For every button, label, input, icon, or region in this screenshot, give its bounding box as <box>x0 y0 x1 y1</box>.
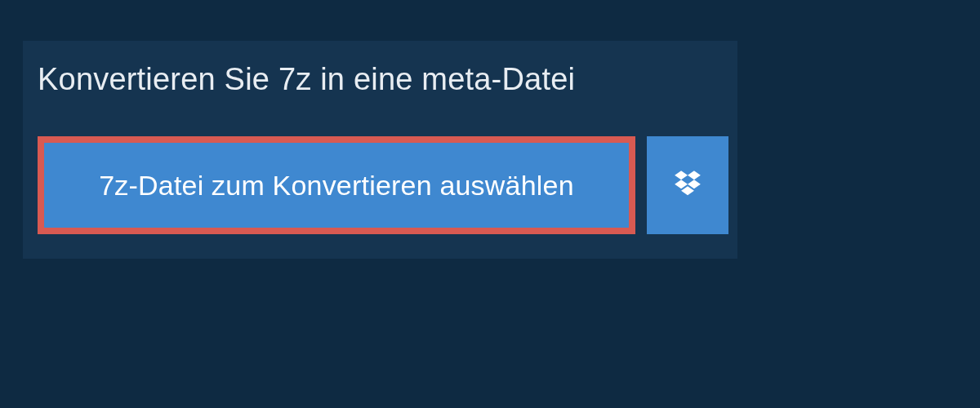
heading-wrap: Konvertieren Sie 7z in eine meta-Datei <box>23 41 603 118</box>
button-row: 7z-Datei zum Konvertieren auswählen <box>23 118 737 259</box>
dropbox-button[interactable] <box>647 136 728 234</box>
select-file-button[interactable]: 7z-Datei zum Konvertieren auswählen <box>38 136 635 234</box>
page-title: Konvertieren Sie 7z in eine meta-Datei <box>38 62 575 97</box>
converter-panel: Konvertieren Sie 7z in eine meta-Datei 7… <box>23 41 737 259</box>
select-file-button-label: 7z-Datei zum Konvertieren auswählen <box>99 170 574 202</box>
dropbox-icon <box>672 168 703 202</box>
